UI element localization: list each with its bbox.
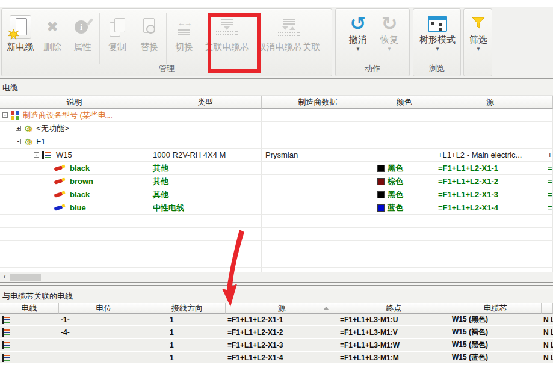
copy-button[interactable]: 复制 bbox=[101, 11, 134, 52]
cables-panel-title: 电缆 bbox=[0, 79, 553, 96]
column-header-description[interactable]: 说明 bbox=[0, 96, 149, 109]
empty-row bbox=[0, 215, 553, 228]
unlink-cable-core-button[interactable]: 取消电缆芯关联 bbox=[253, 11, 324, 52]
switch-button[interactable]: 切换 bbox=[168, 11, 200, 52]
group-label-browse: 浏览 bbox=[413, 63, 460, 74]
scroll-left-arrow-icon[interactable] bbox=[0, 272, 9, 282]
color-swatch bbox=[377, 165, 385, 172]
group-label-manage: 管理 bbox=[2, 63, 332, 74]
expand-toggle[interactable] bbox=[16, 139, 21, 144]
table-row-wire-blue[interactable]: blue 中性电线 蓝色 =F1+L1+L2-X1-4= bbox=[0, 201, 553, 215]
row-label: 制造商设备型号 (某些电... bbox=[23, 110, 113, 121]
wire-lines-icon bbox=[2, 316, 12, 324]
color-swatch bbox=[377, 191, 385, 198]
empty-row bbox=[0, 268, 553, 272]
properties-label: 属性 bbox=[73, 41, 91, 52]
ribbon-group-browse: 树形模式 浏览 bbox=[413, 8, 461, 76]
wires-table-header: 电线 电位 接线方向 源 终点 电缆芯 bbox=[0, 303, 553, 314]
wire-row-4[interactable]: 1 =F1+L1+L2-X1-4=F1+L1+L3-M1:M W15 (蓝色)N… bbox=[0, 352, 553, 364]
ribbon-group-action: 撤消 恢复 动作 bbox=[335, 8, 410, 76]
cables-table-header: 说明 类型 制造商数据 颜色 源 bbox=[0, 96, 553, 109]
unlink-cable-core-label: 取消电缆芯关联 bbox=[258, 41, 321, 52]
table-row-device-type[interactable]: 制造商设备型号 (某些电... bbox=[0, 109, 553, 122]
copy-label: 复制 bbox=[108, 41, 126, 52]
wire-row-3[interactable]: 1 =F1+L1+L2-X1-3=F1+L1+L3-M1:W W15 (黑色)N… bbox=[0, 339, 553, 352]
annotation-arrow bbox=[211, 227, 253, 311]
undo-dropdown-arrow-icon[interactable] bbox=[356, 46, 360, 52]
column-header-potential[interactable]: 电位 bbox=[59, 303, 149, 314]
filter-dropdown-arrow-icon[interactable] bbox=[476, 46, 481, 52]
window-top-strip bbox=[0, 0, 553, 7]
column-header-clipped[interactable] bbox=[542, 303, 553, 314]
column-header-type[interactable]: 类型 bbox=[149, 96, 262, 109]
wire-row-2[interactable]: -4-1 =F1+L1+L2-X1-2=F1+L1+L3-M1:V W15 (褐… bbox=[0, 326, 553, 339]
row-label: black bbox=[70, 190, 90, 199]
row-label: F1 bbox=[36, 137, 45, 146]
column-header-manufacturer[interactable]: 制造商数据 bbox=[262, 96, 374, 109]
panel-splitter[interactable] bbox=[0, 282, 553, 289]
filter-button[interactable]: 筛选 bbox=[465, 11, 492, 52]
undo-label: 撤消 bbox=[349, 34, 367, 45]
delete-button[interactable]: 删除 bbox=[38, 11, 67, 52]
column-header-endpoint[interactable]: 终点 bbox=[338, 303, 450, 314]
properties-button[interactable]: 属性 bbox=[67, 11, 98, 52]
column-header-source[interactable]: 源 bbox=[434, 96, 546, 109]
column-header-cable-core[interactable]: 电缆芯 bbox=[450, 303, 542, 314]
copy-icon bbox=[110, 13, 125, 41]
tree-mode-dropdown-arrow-icon[interactable] bbox=[435, 46, 440, 52]
sort-ascending-icon[interactable] bbox=[323, 307, 329, 310]
color-swatch bbox=[377, 178, 385, 185]
redo-icon bbox=[382, 13, 398, 34]
toolbar-separator bbox=[166, 13, 167, 64]
table-row-cable-w15[interactable]: W15 1000 R2V-RH 4X4 MPrysmian+L1+L2 - Ma… bbox=[0, 149, 553, 162]
delete-icon bbox=[46, 13, 58, 41]
new-cable-icon bbox=[10, 13, 31, 41]
scrollbar-thumb[interactable] bbox=[10, 274, 41, 281]
row-label: blue bbox=[70, 203, 86, 212]
cables-table: 说明 类型 制造商数据 颜色 源 制造商设备型号 (某些电... <无功能> F… bbox=[0, 96, 553, 272]
table-row-wire-black-2[interactable]: black 其他 黑色 =F1+L1+L2-X1-3= bbox=[0, 188, 553, 201]
redo-button[interactable]: 恢复 bbox=[374, 11, 404, 52]
column-header-wire[interactable]: 电线 bbox=[0, 303, 59, 314]
new-cable-button[interactable]: 新电缆 bbox=[3, 11, 38, 52]
tree-mode-label: 树形模式 bbox=[419, 34, 456, 45]
expand-toggle[interactable] bbox=[2, 112, 8, 118]
horizontal-scrollbar[interactable] bbox=[0, 272, 553, 282]
filter-label: 筛选 bbox=[469, 34, 487, 45]
filter-funnel-icon bbox=[471, 13, 486, 34]
delete-label: 删除 bbox=[43, 41, 61, 52]
redo-dropdown-arrow-icon[interactable] bbox=[387, 46, 392, 52]
expand-toggle[interactable] bbox=[34, 152, 39, 158]
table-row-wire-black-1[interactable]: black 其他 黑色 =F1+L1+L2-X1-1= bbox=[0, 162, 553, 175]
redo-label: 恢复 bbox=[380, 34, 398, 45]
wire-lines-icon bbox=[2, 341, 12, 349]
row-label: <无功能> bbox=[36, 123, 69, 134]
table-row-wire-brown[interactable]: brown 其他 棕色 =F1+L1+L2-X1-2= bbox=[0, 175, 553, 188]
annotation-highlight-box bbox=[208, 13, 261, 73]
wire-lines-icon bbox=[2, 354, 12, 362]
replace-button[interactable]: 替换 bbox=[134, 11, 165, 52]
column-header-color[interactable]: 颜色 bbox=[374, 96, 434, 109]
column-header-clipped[interactable] bbox=[546, 96, 553, 109]
wire-lines-icon bbox=[2, 328, 12, 337]
switch-arrows-icon bbox=[178, 13, 191, 41]
wires-table: 电线 电位 接线方向 源 终点 电缆芯 -1-1 =F1+L1+L2-X1-1=… bbox=[0, 303, 553, 369]
group-label-action: 动作 bbox=[336, 63, 409, 74]
ribbon-group-filter: 筛选 bbox=[463, 8, 492, 76]
info-pencil-icon bbox=[75, 13, 90, 41]
table-row-no-function[interactable]: <无功能> bbox=[0, 122, 553, 135]
wire-row-1[interactable]: -1-1 =F1+L1+L2-X1-1=F1+L1+L3-M1:U W15 (黑… bbox=[0, 314, 553, 326]
new-cable-label: 新电缆 bbox=[7, 41, 34, 52]
empty-row bbox=[0, 241, 553, 254]
empty-row bbox=[0, 254, 553, 268]
undo-button[interactable]: 撤消 bbox=[342, 11, 374, 52]
ribbon-toolbar: 新电缆 删除 属性 复制 替换 bbox=[0, 0, 553, 78]
cable-icon bbox=[42, 151, 52, 159]
device-type-cube-icon bbox=[11, 111, 19, 120]
tree-mode-button[interactable]: 树形模式 bbox=[415, 11, 460, 52]
row-label: black bbox=[70, 164, 90, 173]
wire-icon bbox=[53, 177, 66, 185]
row-label: W15 bbox=[56, 150, 72, 159]
expand-toggle[interactable] bbox=[16, 126, 21, 131]
table-row-function-f1[interactable]: F1 bbox=[0, 135, 553, 149]
